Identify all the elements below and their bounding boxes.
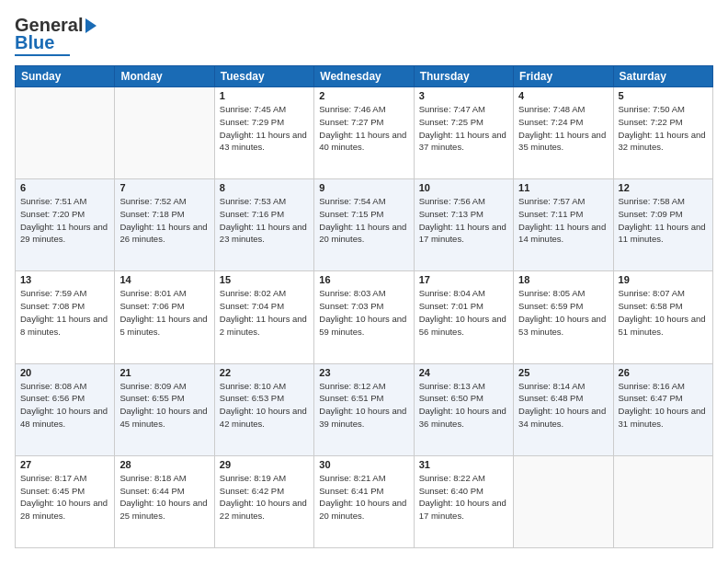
day-number: 11 bbox=[518, 182, 608, 193]
day-number: 3 bbox=[419, 90, 508, 101]
header: General Blue bbox=[15, 15, 713, 56]
day-info: Sunrise: 8:02 AM Sunset: 7:04 PM Dayligh… bbox=[220, 287, 309, 338]
weekday-header: Friday bbox=[514, 66, 613, 87]
day-info: Sunrise: 7:54 AM Sunset: 7:15 PM Dayligh… bbox=[319, 195, 408, 246]
day-number: 29 bbox=[220, 459, 309, 470]
day-info: Sunrise: 8:18 AM Sunset: 6:44 PM Dayligh… bbox=[119, 472, 209, 523]
day-number: 25 bbox=[518, 367, 608, 378]
day-number: 31 bbox=[419, 459, 508, 470]
day-info: Sunrise: 8:03 AM Sunset: 7:03 PM Dayligh… bbox=[319, 287, 408, 338]
day-number: 13 bbox=[20, 274, 109, 285]
day-number: 4 bbox=[518, 90, 608, 101]
day-cell: 9Sunrise: 7:54 AM Sunset: 7:15 PM Daylig… bbox=[314, 179, 414, 271]
day-cell: 6Sunrise: 7:51 AM Sunset: 7:20 PM Daylig… bbox=[16, 179, 115, 271]
day-number: 16 bbox=[319, 274, 408, 285]
day-number: 19 bbox=[619, 274, 708, 285]
day-cell: 14Sunrise: 8:01 AM Sunset: 7:06 PM Dayli… bbox=[115, 271, 214, 363]
day-info: Sunrise: 7:56 AM Sunset: 7:13 PM Dayligh… bbox=[419, 195, 508, 246]
day-info: Sunrise: 8:01 AM Sunset: 7:06 PM Dayligh… bbox=[119, 287, 209, 338]
day-info: Sunrise: 8:19 AM Sunset: 6:42 PM Dayligh… bbox=[220, 472, 309, 523]
day-info: Sunrise: 7:57 AM Sunset: 7:11 PM Dayligh… bbox=[518, 195, 608, 246]
weekday-header: Wednesday bbox=[314, 66, 414, 87]
weekday-header: Thursday bbox=[414, 66, 513, 87]
weekday-header: Sunday bbox=[16, 66, 115, 87]
day-cell: 29Sunrise: 8:19 AM Sunset: 6:42 PM Dayli… bbox=[214, 455, 313, 547]
day-info: Sunrise: 8:21 AM Sunset: 6:41 PM Dayligh… bbox=[319, 472, 408, 523]
day-cell: 16Sunrise: 8:03 AM Sunset: 7:03 PM Dayli… bbox=[314, 271, 414, 363]
day-cell: 7Sunrise: 7:52 AM Sunset: 7:18 PM Daylig… bbox=[115, 179, 214, 271]
day-number: 28 bbox=[119, 459, 209, 470]
day-number: 22 bbox=[220, 367, 309, 378]
day-number: 12 bbox=[619, 182, 708, 193]
day-info: Sunrise: 8:04 AM Sunset: 7:01 PM Dayligh… bbox=[419, 287, 508, 338]
empty-cell bbox=[16, 87, 115, 179]
day-cell: 27Sunrise: 8:17 AM Sunset: 6:45 PM Dayli… bbox=[16, 455, 115, 547]
day-number: 1 bbox=[220, 90, 309, 101]
day-cell: 3Sunrise: 7:47 AM Sunset: 7:25 PM Daylig… bbox=[414, 87, 513, 179]
day-info: Sunrise: 8:10 AM Sunset: 6:53 PM Dayligh… bbox=[220, 380, 309, 431]
day-info: Sunrise: 7:45 AM Sunset: 7:29 PM Dayligh… bbox=[220, 103, 309, 154]
day-cell: 25Sunrise: 8:14 AM Sunset: 6:48 PM Dayli… bbox=[514, 363, 613, 455]
day-info: Sunrise: 7:53 AM Sunset: 7:16 PM Dayligh… bbox=[220, 195, 309, 246]
day-number: 20 bbox=[20, 367, 109, 378]
day-info: Sunrise: 7:51 AM Sunset: 7:20 PM Dayligh… bbox=[20, 195, 109, 246]
day-cell: 28Sunrise: 8:18 AM Sunset: 6:44 PM Dayli… bbox=[115, 455, 214, 547]
day-cell: 15Sunrise: 8:02 AM Sunset: 7:04 PM Dayli… bbox=[214, 271, 313, 363]
day-cell: 21Sunrise: 8:09 AM Sunset: 6:55 PM Dayli… bbox=[115, 363, 214, 455]
day-cell: 19Sunrise: 8:07 AM Sunset: 6:58 PM Dayli… bbox=[613, 271, 712, 363]
day-cell: 2Sunrise: 7:46 AM Sunset: 7:27 PM Daylig… bbox=[314, 87, 414, 179]
weekday-header: Tuesday bbox=[214, 66, 313, 87]
day-cell: 31Sunrise: 8:22 AM Sunset: 6:40 PM Dayli… bbox=[414, 455, 513, 547]
day-cell: 24Sunrise: 8:13 AM Sunset: 6:50 PM Dayli… bbox=[414, 363, 513, 455]
day-number: 6 bbox=[20, 182, 109, 193]
day-number: 15 bbox=[220, 274, 309, 285]
day-cell: 17Sunrise: 8:04 AM Sunset: 7:01 PM Dayli… bbox=[414, 271, 513, 363]
logo: General Blue bbox=[15, 15, 97, 56]
day-info: Sunrise: 8:08 AM Sunset: 6:56 PM Dayligh… bbox=[20, 380, 109, 431]
empty-cell bbox=[514, 455, 613, 547]
day-info: Sunrise: 8:07 AM Sunset: 6:58 PM Dayligh… bbox=[619, 287, 708, 338]
day-info: Sunrise: 7:48 AM Sunset: 7:24 PM Dayligh… bbox=[518, 103, 608, 154]
day-info: Sunrise: 7:50 AM Sunset: 7:22 PM Dayligh… bbox=[619, 103, 708, 154]
weekday-header: Monday bbox=[115, 66, 214, 87]
day-info: Sunrise: 7:59 AM Sunset: 7:08 PM Dayligh… bbox=[20, 287, 109, 338]
day-cell: 22Sunrise: 8:10 AM Sunset: 6:53 PM Dayli… bbox=[214, 363, 313, 455]
empty-cell bbox=[613, 455, 712, 547]
day-cell: 20Sunrise: 8:08 AM Sunset: 6:56 PM Dayli… bbox=[16, 363, 115, 455]
day-number: 9 bbox=[319, 182, 408, 193]
day-cell: 11Sunrise: 7:57 AM Sunset: 7:11 PM Dayli… bbox=[514, 179, 613, 271]
day-number: 10 bbox=[419, 182, 508, 193]
day-info: Sunrise: 8:12 AM Sunset: 6:51 PM Dayligh… bbox=[319, 380, 408, 431]
logo-underline bbox=[15, 54, 70, 56]
day-info: Sunrise: 8:14 AM Sunset: 6:48 PM Dayligh… bbox=[518, 380, 608, 431]
empty-cell bbox=[115, 87, 214, 179]
logo-arrow-icon bbox=[85, 18, 97, 33]
day-cell: 8Sunrise: 7:53 AM Sunset: 7:16 PM Daylig… bbox=[214, 179, 313, 271]
logo-blue: Blue bbox=[15, 32, 54, 53]
day-cell: 1Sunrise: 7:45 AM Sunset: 7:29 PM Daylig… bbox=[214, 87, 313, 179]
day-info: Sunrise: 8:17 AM Sunset: 6:45 PM Dayligh… bbox=[20, 472, 109, 523]
day-number: 2 bbox=[319, 90, 408, 101]
day-info: Sunrise: 7:47 AM Sunset: 7:25 PM Dayligh… bbox=[419, 103, 508, 154]
day-number: 24 bbox=[419, 367, 508, 378]
day-cell: 12Sunrise: 7:58 AM Sunset: 7:09 PM Dayli… bbox=[613, 179, 712, 271]
day-info: Sunrise: 7:46 AM Sunset: 7:27 PM Dayligh… bbox=[319, 103, 408, 154]
day-number: 18 bbox=[518, 274, 608, 285]
day-info: Sunrise: 8:09 AM Sunset: 6:55 PM Dayligh… bbox=[119, 380, 209, 431]
day-number: 21 bbox=[119, 367, 209, 378]
day-info: Sunrise: 8:05 AM Sunset: 6:59 PM Dayligh… bbox=[518, 287, 608, 338]
day-number: 23 bbox=[319, 367, 408, 378]
day-cell: 30Sunrise: 8:21 AM Sunset: 6:41 PM Dayli… bbox=[314, 455, 414, 547]
day-info: Sunrise: 8:22 AM Sunset: 6:40 PM Dayligh… bbox=[419, 472, 508, 523]
day-info: Sunrise: 8:13 AM Sunset: 6:50 PM Dayligh… bbox=[419, 380, 508, 431]
day-cell: 13Sunrise: 7:59 AM Sunset: 7:08 PM Dayli… bbox=[16, 271, 115, 363]
day-info: Sunrise: 8:16 AM Sunset: 6:47 PM Dayligh… bbox=[619, 380, 708, 431]
day-info: Sunrise: 7:58 AM Sunset: 7:09 PM Dayligh… bbox=[619, 195, 708, 246]
day-number: 17 bbox=[419, 274, 508, 285]
day-cell: 4Sunrise: 7:48 AM Sunset: 7:24 PM Daylig… bbox=[514, 87, 613, 179]
day-cell: 26Sunrise: 8:16 AM Sunset: 6:47 PM Dayli… bbox=[613, 363, 712, 455]
day-info: Sunrise: 7:52 AM Sunset: 7:18 PM Dayligh… bbox=[119, 195, 209, 246]
day-number: 27 bbox=[20, 459, 109, 470]
day-number: 7 bbox=[119, 182, 209, 193]
day-cell: 23Sunrise: 8:12 AM Sunset: 6:51 PM Dayli… bbox=[314, 363, 414, 455]
